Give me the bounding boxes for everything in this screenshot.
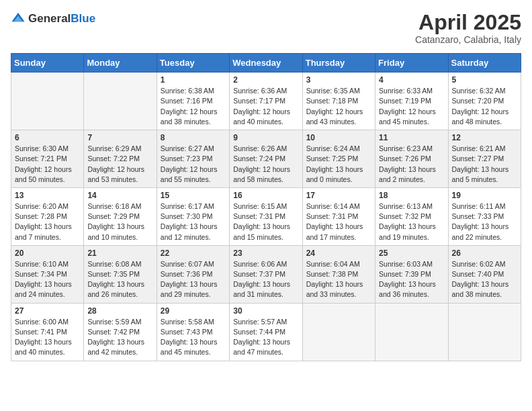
day-info: Sunrise: 6:08 AMSunset: 7:35 PMDaylight:…: [87, 259, 152, 300]
day-number: 5: [452, 75, 517, 85]
day-info: Sunrise: 6:24 AMSunset: 7:25 PMDaylight:…: [306, 144, 371, 185]
day-number: 12: [452, 133, 517, 142]
day-number: 6: [15, 133, 80, 142]
day-info: Sunrise: 6:15 AMSunset: 7:31 PMDaylight:…: [233, 201, 298, 242]
calendar-day-cell: 18Sunrise: 6:13 AMSunset: 7:32 PMDayligh…: [375, 187, 448, 245]
day-number: 25: [379, 248, 444, 258]
calendar-day-cell: 13Sunrise: 6:20 AMSunset: 7:28 PMDayligh…: [11, 187, 84, 245]
day-number: 1: [161, 75, 226, 85]
day-number: 15: [161, 191, 226, 200]
calendar-week-row: 27Sunrise: 6:00 AMSunset: 7:41 PMDayligh…: [11, 303, 521, 361]
logo-blue: Blue: [71, 12, 95, 25]
calendar-week-row: 6Sunrise: 6:30 AMSunset: 7:21 PMDaylight…: [11, 130, 521, 188]
calendar-day-header: Tuesday: [157, 54, 229, 73]
day-info: Sunrise: 6:02 AMSunset: 7:40 PMDaylight:…: [452, 259, 517, 300]
calendar-day-cell: 1Sunrise: 6:38 AMSunset: 7:16 PMDaylight…: [157, 73, 229, 130]
day-info: Sunrise: 6:03 AMSunset: 7:39 PMDaylight:…: [379, 259, 444, 300]
calendar-day-cell: 8Sunrise: 6:27 AMSunset: 7:23 PMDaylight…: [157, 130, 229, 188]
day-info: Sunrise: 6:21 AMSunset: 7:27 PMDaylight:…: [452, 144, 517, 185]
calendar-day-cell: 9Sunrise: 6:26 AMSunset: 7:24 PMDaylight…: [230, 130, 302, 188]
day-number: 4: [379, 75, 444, 85]
logo-icon: [11, 11, 26, 26]
calendar-day-header: Saturday: [448, 54, 521, 73]
day-info: Sunrise: 6:26 AMSunset: 7:24 PMDaylight:…: [233, 144, 298, 185]
day-info: Sunrise: 6:17 AMSunset: 7:30 PMDaylight:…: [161, 201, 226, 242]
calendar-day-cell: 21Sunrise: 6:08 AMSunset: 7:35 PMDayligh…: [84, 245, 157, 303]
calendar-day-cell: 12Sunrise: 6:21 AMSunset: 7:27 PMDayligh…: [448, 130, 521, 188]
calendar-day-cell: 19Sunrise: 6:11 AMSunset: 7:33 PMDayligh…: [448, 187, 521, 245]
day-info: Sunrise: 6:18 AMSunset: 7:29 PMDaylight:…: [87, 201, 152, 242]
calendar-day-cell: 23Sunrise: 6:06 AMSunset: 7:37 PMDayligh…: [230, 245, 302, 303]
day-info: Sunrise: 5:59 AMSunset: 7:42 PMDaylight:…: [87, 317, 152, 358]
calendar-day-cell: 5Sunrise: 6:32 AMSunset: 7:20 PMDaylight…: [448, 73, 521, 130]
day-info: Sunrise: 6:32 AMSunset: 7:20 PMDaylight:…: [452, 86, 517, 127]
calendar-day-cell: 2Sunrise: 6:36 AMSunset: 7:17 PMDaylight…: [230, 73, 302, 130]
day-info: Sunrise: 6:27 AMSunset: 7:23 PMDaylight:…: [161, 144, 226, 185]
calendar-day-cell: 24Sunrise: 6:04 AMSunset: 7:38 PMDayligh…: [302, 245, 375, 303]
day-info: Sunrise: 6:20 AMSunset: 7:28 PMDaylight:…: [15, 201, 80, 242]
day-info: Sunrise: 6:23 AMSunset: 7:26 PMDaylight:…: [379, 144, 444, 185]
calendar-day-cell: 30Sunrise: 5:57 AMSunset: 7:44 PMDayligh…: [230, 303, 302, 361]
calendar-day-cell: [84, 73, 157, 130]
day-info: Sunrise: 6:29 AMSunset: 7:22 PMDaylight:…: [87, 144, 152, 185]
day-info: Sunrise: 6:33 AMSunset: 7:19 PMDaylight:…: [379, 86, 444, 127]
calendar-day-cell: 25Sunrise: 6:03 AMSunset: 7:39 PMDayligh…: [375, 245, 448, 303]
calendar-day-cell: 22Sunrise: 6:07 AMSunset: 7:36 PMDayligh…: [157, 245, 229, 303]
day-number: 21: [87, 248, 152, 258]
day-number: 28: [87, 306, 152, 316]
day-info: Sunrise: 6:14 AMSunset: 7:31 PMDaylight:…: [306, 201, 371, 242]
calendar-table: SundayMondayTuesdayWednesdayThursdayFrid…: [11, 53, 521, 361]
day-number: 18: [379, 191, 444, 200]
day-number: 10: [306, 133, 371, 142]
calendar-week-row: 13Sunrise: 6:20 AMSunset: 7:28 PMDayligh…: [11, 187, 521, 245]
page-header: GeneralBlue April 2025 Catanzaro, Calabr…: [11, 11, 521, 45]
day-number: 26: [452, 248, 517, 258]
calendar-day-header: Monday: [84, 54, 157, 73]
calendar-day-cell: 27Sunrise: 6:00 AMSunset: 7:41 PMDayligh…: [11, 303, 84, 361]
calendar-day-cell: 17Sunrise: 6:14 AMSunset: 7:31 PMDayligh…: [302, 187, 375, 245]
day-number: 17: [306, 191, 371, 200]
calendar-day-cell: 7Sunrise: 6:29 AMSunset: 7:22 PMDaylight…: [84, 130, 157, 188]
calendar-day-cell: [375, 303, 448, 361]
day-number: 2: [233, 75, 298, 85]
day-number: 29: [161, 306, 226, 316]
calendar-day-cell: [302, 303, 375, 361]
calendar-day-cell: 11Sunrise: 6:23 AMSunset: 7:26 PMDayligh…: [375, 130, 448, 188]
calendar-header-row: SundayMondayTuesdayWednesdayThursdayFrid…: [11, 54, 521, 73]
day-number: 22: [161, 248, 226, 258]
day-info: Sunrise: 6:36 AMSunset: 7:17 PMDaylight:…: [233, 86, 298, 127]
calendar-day-cell: 26Sunrise: 6:02 AMSunset: 7:40 PMDayligh…: [448, 245, 521, 303]
calendar-day-cell: [448, 303, 521, 361]
day-info: Sunrise: 6:38 AMSunset: 7:16 PMDaylight:…: [161, 86, 226, 127]
day-number: 24: [306, 248, 371, 258]
calendar-day-cell: 6Sunrise: 6:30 AMSunset: 7:21 PMDaylight…: [11, 130, 84, 188]
page-title: April 2025: [415, 11, 521, 34]
day-info: Sunrise: 6:11 AMSunset: 7:33 PMDaylight:…: [452, 201, 517, 242]
calendar-day-header: Thursday: [302, 54, 375, 73]
day-info: Sunrise: 6:30 AMSunset: 7:21 PMDaylight:…: [15, 144, 80, 185]
day-info: Sunrise: 6:06 AMSunset: 7:37 PMDaylight:…: [233, 259, 298, 300]
day-number: 11: [379, 133, 444, 142]
calendar-day-header: Friday: [375, 54, 448, 73]
day-number: 20: [15, 248, 80, 258]
calendar-day-cell: 14Sunrise: 6:18 AMSunset: 7:29 PMDayligh…: [84, 187, 157, 245]
day-info: Sunrise: 6:00 AMSunset: 7:41 PMDaylight:…: [15, 317, 80, 358]
day-info: Sunrise: 5:58 AMSunset: 7:43 PMDaylight:…: [161, 317, 226, 358]
day-number: 3: [306, 75, 371, 85]
calendar-day-cell: 15Sunrise: 6:17 AMSunset: 7:30 PMDayligh…: [157, 187, 229, 245]
calendar-day-cell: 16Sunrise: 6:15 AMSunset: 7:31 PMDayligh…: [230, 187, 302, 245]
day-info: Sunrise: 6:04 AMSunset: 7:38 PMDaylight:…: [306, 259, 371, 300]
calendar-day-cell: 4Sunrise: 6:33 AMSunset: 7:19 PMDaylight…: [375, 73, 448, 130]
day-info: Sunrise: 6:10 AMSunset: 7:34 PMDaylight:…: [15, 259, 80, 300]
day-number: 13: [15, 191, 80, 200]
day-number: 19: [452, 191, 517, 200]
calendar-day-header: Sunday: [11, 54, 84, 73]
day-number: 23: [233, 248, 298, 258]
day-number: 9: [233, 133, 298, 142]
day-number: 27: [15, 306, 80, 316]
page-subtitle: Catanzaro, Calabria, Italy: [415, 34, 521, 45]
day-number: 7: [87, 133, 152, 142]
day-number: 8: [161, 133, 226, 142]
logo-general: General: [28, 12, 71, 25]
day-number: 30: [233, 306, 298, 316]
